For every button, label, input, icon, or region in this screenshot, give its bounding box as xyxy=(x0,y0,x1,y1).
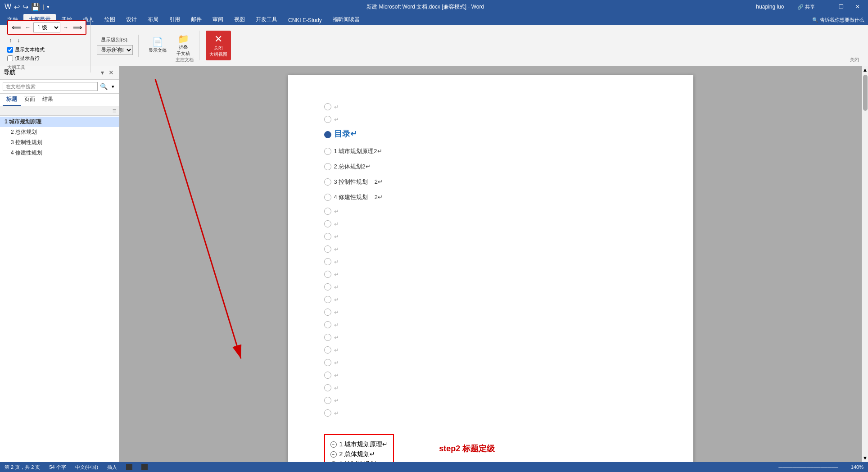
tab-foxit[interactable]: 福昕阅读器 xyxy=(327,14,365,25)
nav-list-header: ≡ xyxy=(0,106,119,116)
promote-btn[interactable]: ← xyxy=(23,23,32,32)
save-btn[interactable]: 💾 xyxy=(31,3,40,11)
nav-item-4[interactable]: 4 修建性规划 xyxy=(0,148,119,158)
nav-tab-pages[interactable]: 页面 xyxy=(21,94,39,106)
status-icon-1 xyxy=(126,464,132,470)
nav-search-btn[interactable]: 🔍 xyxy=(98,82,110,91)
close-btn[interactable]: ✕ xyxy=(852,3,863,11)
move-down-btn[interactable]: ↓ xyxy=(15,36,22,45)
window-title: 新建 Microsoft Word 文档.docx [兼容模式] - Word xyxy=(95,3,756,11)
language: 中文(中国) xyxy=(75,464,98,471)
share-btn[interactable]: 🔗 共享 xyxy=(797,4,815,10)
outlined-item-2: − 2 总体规划↵ xyxy=(330,450,388,458)
outlined-items-box: − 1 城市规划原理↵ − 2 总体规划↵ − 3 控制性规划↵ xyxy=(324,434,394,462)
tab-design[interactable]: 设计 xyxy=(121,14,142,25)
undo-btn[interactable]: ↩ xyxy=(14,3,20,11)
document-page: ↵ ↵ 目录↵ 1 城市规划原理2↵ 2 总体规划2↵ 3 控制性规划 2↵ 4… xyxy=(288,75,693,462)
nav-list: 1 城市规划原理 2 总体规划 3 控制性规划 4 修建性规划 xyxy=(0,116,119,462)
nav-search-input[interactable] xyxy=(3,82,98,91)
page-info: 第 2 页，共 2 页 xyxy=(5,464,40,471)
nav-tabs: 标题 页面 结果 xyxy=(0,94,119,106)
status-bar: 第 2 页，共 2 页 54 个字 中文(中国) 插入 ────────────… xyxy=(0,462,868,472)
show-text-format-checkbox[interactable]: 显示文本格式 xyxy=(7,46,86,53)
nav-item-2[interactable]: 2 总体规划 xyxy=(0,127,119,137)
tell-me-input[interactable]: 🔍 告诉我你想要做什么 xyxy=(809,15,868,25)
zoom-percent: 140% xyxy=(851,464,863,470)
show-document-btn[interactable]: 📄 显示文稿 xyxy=(145,36,170,55)
tab-dev[interactable]: 开发工具 xyxy=(250,14,283,25)
scroll-down-btn[interactable]: ▼ xyxy=(862,454,868,462)
tab-review[interactable]: 审阅 xyxy=(207,14,229,25)
tab-draw[interactable]: 绘图 xyxy=(99,14,121,25)
status-icon-2 xyxy=(141,464,148,470)
main-area: 导航 ▾ ✕ 🔍 ▾ 标题 页面 结果 ≡ 1 城市规划原理 2 总体规划 3 … xyxy=(0,66,868,462)
nav-tab-results[interactable]: 结果 xyxy=(39,94,57,106)
show-level-select[interactable]: 显示所有级别 1 级 2 级 xyxy=(97,45,133,55)
char-count: 54 个字 xyxy=(49,464,66,471)
show-level-label: 显示级别(S): xyxy=(101,36,129,43)
toc-item-4: 4 修建性规划 2↵ xyxy=(334,193,383,201)
tab-layout[interactable]: 布局 xyxy=(142,14,164,25)
restore-btn[interactable]: ❐ xyxy=(835,3,847,11)
toc-item-1: 1 城市规划原理2↵ xyxy=(334,147,382,155)
nav-list-options[interactable]: ≡ xyxy=(113,107,116,114)
zoom-level: ───────────────── xyxy=(778,464,838,470)
nav-close-btn[interactable]: ✕ xyxy=(107,68,115,77)
move-up-btn[interactable]: ↑ xyxy=(7,36,14,45)
navigation-panel: 导航 ▾ ✕ 🔍 ▾ 标题 页面 结果 ≡ 1 城市规划原理 2 总体规划 3 … xyxy=(0,66,119,462)
nav-item-3[interactable]: 3 控制性规划 xyxy=(0,137,119,148)
demote-btn[interactable]: → xyxy=(61,23,70,32)
tab-mail[interactable]: 邮件 xyxy=(185,14,207,25)
nav-search-options[interactable]: ▾ xyxy=(110,83,116,91)
redo-btn[interactable]: ↪ xyxy=(23,3,28,11)
scroll-up-btn[interactable]: ▲ xyxy=(862,66,868,74)
ribbon-tabs: 文件 大纲显示 开始 插入 绘图 设计 布局 引用 邮件 审阅 视图 开发工具 … xyxy=(0,14,868,25)
nav-search-area: 🔍 ▾ xyxy=(0,80,119,94)
customize-btn[interactable]: ▾ xyxy=(47,4,50,10)
close-outline-btn[interactable]: ✕ 关闭大纲视图 xyxy=(206,31,231,60)
step-annotation: step2 标题定级 xyxy=(439,444,495,453)
collapse-btn-2[interactable]: − xyxy=(330,451,337,458)
close-group-label: 关闭 xyxy=(850,57,859,63)
scrollbar-vertical[interactable]: ▲ ▼ xyxy=(862,66,868,462)
collapse-subdoc-btn[interactable]: 📁 折叠子文稿 xyxy=(173,32,194,59)
toc-item-3: 3 控制性规划 2↵ xyxy=(334,178,383,186)
nav-options-btn[interactable]: ▾ xyxy=(99,68,105,77)
ribbon-content: ⟸ ← 1 级 2 级 3 级 正文 → ⟹ ↑ ↓ 显示文本格式 仅显示首行 … xyxy=(0,25,868,66)
tab-cnki[interactable]: CNKI E-Study xyxy=(283,15,327,25)
title-bar: W ↩ ↪ 💾 | ▾ 新建 Microsoft Word 文档.docx [兼… xyxy=(0,0,868,14)
nav-tab-headings[interactable]: 标题 xyxy=(3,94,21,106)
demote-heading-btn[interactable]: ⟹ xyxy=(71,23,84,32)
toc-heading: 目录↵ xyxy=(334,128,357,139)
outlined-item-1: − 1 城市规划原理↵ xyxy=(330,440,388,449)
minimize-btn[interactable]: ─ xyxy=(819,3,831,11)
toc-item-2: 2 总体规划2↵ xyxy=(334,163,371,171)
scroll-thumb[interactable] xyxy=(863,75,868,111)
user-name: huaping luo xyxy=(756,4,784,10)
tab-view[interactable]: 视图 xyxy=(229,14,250,25)
document-area[interactable]: ↵ ↵ 目录↵ 1 城市规划原理2↵ 2 总体规划2↵ 3 控制性规划 2↵ 4… xyxy=(119,66,862,462)
tab-references[interactable]: 引用 xyxy=(164,14,185,25)
nav-item-1[interactable]: 1 城市规划原理 xyxy=(0,117,119,127)
insert-mode: 插入 xyxy=(107,464,117,471)
show-first-line-checkbox[interactable]: 仅显示首行 xyxy=(7,55,86,62)
svg-line-1 xyxy=(155,79,241,359)
collapse-btn-1[interactable]: − xyxy=(330,441,337,448)
level-select[interactable]: 1 级 2 级 3 级 正文 xyxy=(33,23,60,32)
master-doc-label: 主控文档 xyxy=(176,57,194,63)
promote-heading-btn[interactable]: ⟸ xyxy=(10,23,23,32)
